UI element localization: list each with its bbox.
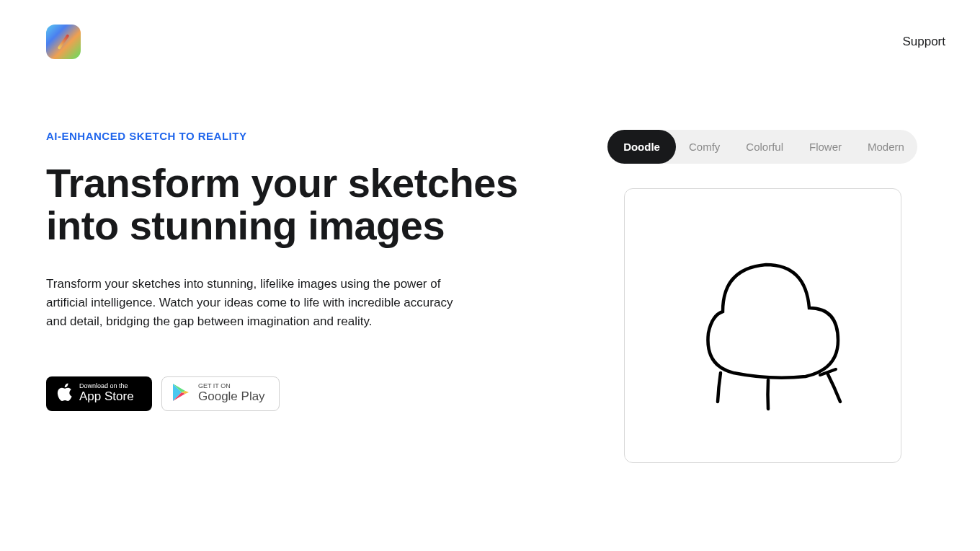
hero-section: AI-ENHANCED SKETCH TO REALITY Transform …	[46, 130, 551, 463]
demo-section: Doodle Comfy Colorful Flower Modern	[579, 130, 945, 463]
tab-colorful[interactable]: Colorful	[733, 130, 796, 164]
tab-modern[interactable]: Modern	[855, 130, 917, 164]
store-buttons: Download on the App Store GET IT ON Goo	[46, 376, 551, 411]
hero-description: Transform your sketches into stunning, l…	[46, 275, 471, 332]
header: Support	[0, 0, 980, 59]
sketch-canvas[interactable]	[624, 188, 901, 463]
tab-comfy[interactable]: Comfy	[676, 130, 733, 164]
sketch-drawing-icon	[662, 225, 863, 427]
google-play-large-text: Google Play	[198, 390, 265, 404]
google-play-icon	[172, 382, 191, 405]
tab-doodle[interactable]: Doodle	[607, 130, 676, 164]
app-logo-icon[interactable]	[46, 25, 81, 59]
google-play-button[interactable]: GET IT ON Google Play	[161, 376, 280, 411]
style-tabs: Doodle Comfy Colorful Flower Modern	[607, 130, 917, 164]
main-container: AI-ENHANCED SKETCH TO REALITY Transform …	[0, 59, 980, 463]
apple-icon	[56, 383, 72, 405]
tab-flower[interactable]: Flower	[796, 130, 855, 164]
support-link[interactable]: Support	[902, 35, 945, 49]
app-store-button[interactable]: Download on the App Store	[46, 376, 152, 411]
app-store-large-text: App Store	[79, 390, 134, 404]
hero-eyebrow: AI-ENHANCED SKETCH TO REALITY	[46, 130, 551, 142]
hero-headline: Transform your sketches into stunning im…	[46, 162, 551, 247]
